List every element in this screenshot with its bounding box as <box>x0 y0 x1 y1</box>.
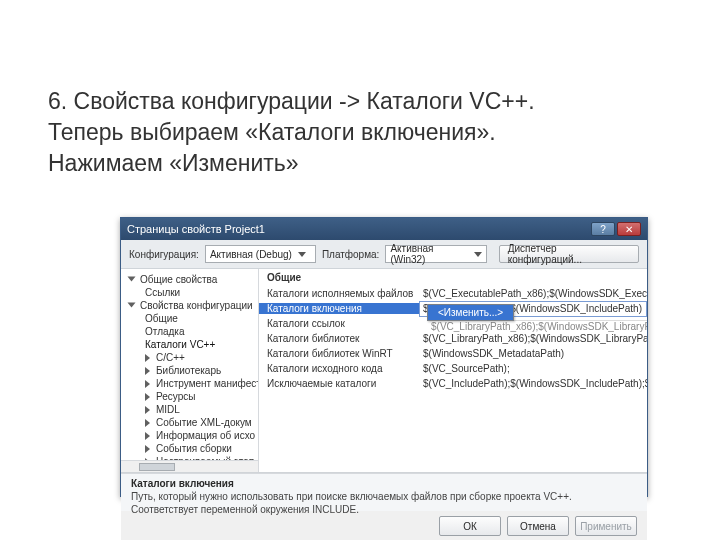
prop-value[interactable]: $(WindowsSDK_MetadataPath) <box>419 348 647 359</box>
description-title: Каталоги включения <box>131 478 637 489</box>
tree-item[interactable]: Событие XML-докум <box>121 416 258 429</box>
tree-item[interactable]: Информация об исхо <box>121 429 258 442</box>
apply-button[interactable]: Применить <box>575 516 637 536</box>
expand-icon <box>145 445 150 453</box>
config-toolbar: Конфигурация: Активная (Debug) Платформа… <box>121 240 647 269</box>
dropdown-shadow-value: $(VC_LibraryPath_x86);$(WindowsSDK_Libra… <box>427 320 647 332</box>
prop-name: Исключаемые каталоги <box>259 378 419 389</box>
prop-name: Каталоги включения <box>259 303 419 314</box>
value-dropdown[interactable]: <Изменить...> <box>427 304 514 321</box>
tree-item[interactable]: Ресурсы <box>121 390 258 403</box>
tree-item-references[interactable]: Ссылки <box>121 286 258 299</box>
titlebar: Страницы свойств Project1 ? ✕ <box>121 218 647 240</box>
group-header: Общие <box>259 269 647 286</box>
tree-root-config[interactable]: Свойства конфигурации <box>121 299 258 312</box>
prop-value[interactable]: $(VC_SourcePath); <box>419 363 647 374</box>
tree-item[interactable]: Общие <box>121 312 258 325</box>
config-manager-button[interactable]: Диспетчер конфигураций... <box>499 245 639 263</box>
slide-caption: 6. Свойства конфигурации -> Каталоги VC+… <box>48 86 608 179</box>
tree-item-vc-directories[interactable]: Каталоги VC++ <box>121 338 258 351</box>
expand-icon <box>128 302 136 307</box>
prop-row-lib-dirs[interactable]: Каталоги библиотек $(VC_LibraryPath_x86)… <box>259 331 647 346</box>
scrollbar-thumb[interactable] <box>139 463 175 471</box>
configuration-label: Конфигурация: <box>129 249 199 260</box>
prop-value[interactable]: $(VC_IncludePath);$(WindowsSDK_IncludePa… <box>419 378 647 389</box>
tree-item[interactable]: C/C++ <box>121 351 258 364</box>
prop-row-exclude-dirs[interactable]: Исключаемые каталоги $(VC_IncludePath);$… <box>259 376 647 391</box>
tree-item[interactable]: MIDL <box>121 403 258 416</box>
window-title: Страницы свойств Project1 <box>127 223 589 235</box>
tree-root-common[interactable]: Общие свойства <box>121 273 258 286</box>
expand-icon <box>145 432 150 440</box>
prop-name: Каталоги исполняемых файлов <box>259 288 419 299</box>
platform-combo[interactable]: Активная (Win32) <box>385 245 486 263</box>
property-pages-dialog: Страницы свойств Project1 ? ✕ Конфигурац… <box>120 217 648 497</box>
expand-icon <box>145 380 150 388</box>
chevron-down-icon <box>474 252 482 257</box>
expand-icon <box>145 406 150 414</box>
tree-scrollbar[interactable] <box>121 460 258 472</box>
ok-button[interactable]: ОК <box>439 516 501 536</box>
prop-name: Каталоги библиотек <box>259 333 419 344</box>
prop-value[interactable]: $(VC_ExecutablePath_x86);$(WindowsSDK_Ex… <box>419 288 647 299</box>
prop-name: Каталоги библиотек WinRT <box>259 348 419 359</box>
expand-icon <box>145 393 150 401</box>
dropdown-edit-item[interactable]: <Изменить...> <box>428 305 513 320</box>
prop-value[interactable]: $(VC_LibraryPath_x86);$(WindowsSDK_Libra… <box>419 333 647 344</box>
property-grid: Общие Каталоги исполняемых файлов $(VC_E… <box>259 269 647 472</box>
tree-item[interactable]: События сборки <box>121 442 258 455</box>
tree-item[interactable]: Библиотекарь <box>121 364 258 377</box>
prop-name: Каталоги исходного кода <box>259 363 419 374</box>
prop-name: Каталоги ссылок <box>259 318 419 329</box>
chevron-down-icon <box>298 252 306 257</box>
tree-item[interactable]: Инструмент манифест <box>121 377 258 390</box>
prop-row-src-dirs[interactable]: Каталоги исходного кода $(VC_SourcePath)… <box>259 361 647 376</box>
configuration-combo[interactable]: Активная (Debug) <box>205 245 316 263</box>
expand-icon <box>128 276 136 281</box>
cancel-button[interactable]: Отмена <box>507 516 569 536</box>
tree-item[interactable]: Отладка <box>121 325 258 338</box>
platform-value: Активная (Win32) <box>390 243 467 265</box>
nav-tree[interactable]: Общие свойства Ссылки Свойства конфигура… <box>121 269 259 472</box>
configuration-value: Активная (Debug) <box>210 249 292 260</box>
prop-row-exec-dirs[interactable]: Каталоги исполняемых файлов $(VC_Executa… <box>259 286 647 301</box>
prop-row-winrt-dirs[interactable]: Каталоги библиотек WinRT $(WindowsSDK_Me… <box>259 346 647 361</box>
expand-icon <box>145 354 150 362</box>
description-pane: Каталоги включения Путь, который нужно и… <box>121 473 647 511</box>
help-icon[interactable]: ? <box>591 222 615 236</box>
platform-label: Платформа: <box>322 249 380 260</box>
expand-icon <box>145 367 150 375</box>
expand-icon <box>145 419 150 427</box>
close-icon[interactable]: ✕ <box>617 222 641 236</box>
dialog-body: Общие свойства Ссылки Свойства конфигура… <box>121 269 647 473</box>
